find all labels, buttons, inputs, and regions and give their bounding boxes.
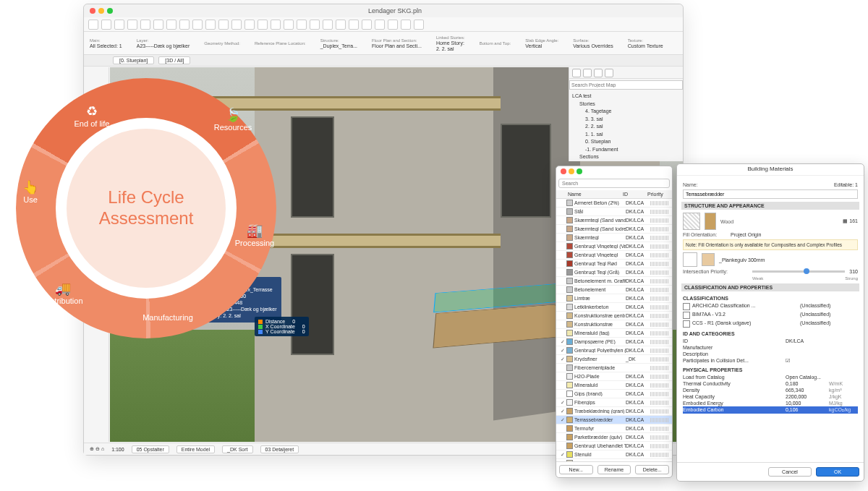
tool-icon[interactable] xyxy=(271,20,281,30)
material-row[interactable]: Gips (brand)DK/LCA xyxy=(556,390,672,398)
material-row[interactable]: Genbrugt Tegl (Grå)DK/LCA xyxy=(556,268,672,277)
property-row[interactable]: Embodied Energy10,000MJ/kg xyxy=(683,400,858,406)
close-icon[interactable] xyxy=(561,168,566,174)
tool-icon[interactable] xyxy=(101,20,111,30)
material-row[interactable]: Genbrugt Tegl RødDK/LCA xyxy=(556,260,672,268)
fill-orientation-dropdown[interactable]: Project Origin xyxy=(731,232,761,237)
nav-icon[interactable] xyxy=(594,69,603,77)
material-row[interactable]: MineraluldDK/LCA xyxy=(556,381,672,390)
tool-icon[interactable] xyxy=(336,20,346,30)
tool-icon[interactable] xyxy=(140,20,150,30)
view-preset[interactable]: Entire Model xyxy=(176,445,215,453)
property-row[interactable]: Density665,340kg/m³ xyxy=(683,387,858,393)
tool-icon[interactable] xyxy=(297,20,307,30)
material-row[interactable]: Genbrugt Ubehandlet TræDK/LCA xyxy=(556,442,672,451)
tool-icon[interactable] xyxy=(166,20,176,30)
materials-search[interactable] xyxy=(558,179,670,188)
material-row[interactable]: Armeret Beton (2%)DK/LCA xyxy=(556,199,672,208)
fill-icon[interactable] xyxy=(683,213,700,230)
tab-3d[interactable]: [3D / All] xyxy=(158,56,190,64)
minimize-icon[interactable] xyxy=(98,8,104,14)
tool-icon[interactable] xyxy=(349,20,359,30)
fps-dropdown[interactable]: Floor Plan and Secti... xyxy=(372,43,422,48)
link-icon[interactable] xyxy=(683,252,697,267)
material-row[interactable]: TermofyrDK/LCA xyxy=(556,424,672,433)
tool-icon[interactable] xyxy=(218,20,229,30)
home-story-dropdown[interactable]: 2. 2. sal xyxy=(436,46,465,51)
structure-dropdown[interactable]: _Duplex_Terra... xyxy=(320,43,357,48)
nav-icon[interactable] xyxy=(583,69,592,77)
delete-material-button[interactable]: Delete... xyxy=(635,465,669,474)
property-row[interactable]: Heat Capacity2200,000J/kgK xyxy=(683,393,858,400)
navigator-search[interactable] xyxy=(569,80,683,90)
close-icon[interactable] xyxy=(90,8,95,14)
surface-dropdown[interactable]: Various Overrides xyxy=(573,43,613,48)
open-catalog-link[interactable]: Open Catalog... xyxy=(786,375,858,380)
view-preset[interactable]: 05 Opstalter xyxy=(132,445,169,453)
tool-icon[interactable] xyxy=(179,20,190,30)
material-row[interactable]: SkærmteglDK/LCA xyxy=(556,234,672,242)
material-row[interactable]: LimtræDK/LCA xyxy=(556,294,672,303)
material-row[interactable]: Skærmtegl (Sand lodret)DK/LCA xyxy=(556,225,672,234)
tool-icon[interactable] xyxy=(205,20,216,30)
property-row[interactable]: Thermal Conductivity0,180W/mK xyxy=(683,380,858,387)
cancel-button[interactable]: Cancel xyxy=(768,467,812,477)
material-row[interactable]: ✓Dampspærre (PE)DK/LCA xyxy=(556,338,672,346)
material-row[interactable]: Genbrugt VingeteglDK/LCA xyxy=(556,251,672,260)
layer-dropdown[interactable]: A23-----Dæk og bjælker xyxy=(137,43,190,48)
tool-icon[interactable] xyxy=(375,20,385,30)
project-tree[interactable]: LCA test Stories 4. Tagetage 3. 3. sal 2… xyxy=(569,91,683,163)
new-material-button[interactable]: New... xyxy=(559,465,593,474)
material-row[interactable]: Skærmtegl (Sand vandret)DK/LCA xyxy=(556,216,672,225)
surface-dropdown[interactable]: _Plankegulv 300mm xyxy=(719,257,765,262)
pen-field[interactable]: ▦ 161 xyxy=(843,218,858,224)
tool-icon[interactable] xyxy=(323,20,333,30)
material-row[interactable]: KonstruktionstræDK/LCA xyxy=(556,320,672,329)
materials-rows[interactable]: Armeret Beton (2%)DK/LCAStålDK/LCASkærmt… xyxy=(556,199,672,461)
zoom-icon[interactable] xyxy=(576,168,582,174)
material-row[interactable]: Mineraluld (tag)DK/LCA xyxy=(556,329,672,338)
tool-icon[interactable] xyxy=(258,20,268,30)
material-row[interactable]: H2O-PladeDK/LCA xyxy=(556,372,672,381)
material-row[interactable]: Betonelement m. GrafittiDK/LCA xyxy=(556,277,672,286)
tool-icon[interactable] xyxy=(231,20,242,30)
material-row[interactable]: Genbrugt Vingetegl (Vand...DK/LCA xyxy=(556,242,672,251)
scale[interactable]: 1:100 xyxy=(111,447,124,452)
zoom-controls[interactable]: ⊕ ⊖ ⌂ xyxy=(90,446,104,452)
tool-icon[interactable] xyxy=(114,20,124,30)
material-row[interactable]: Parketbrædder (gulv)DK/LCA xyxy=(556,433,672,442)
tool-icon[interactable] xyxy=(284,20,294,30)
tool-icon[interactable] xyxy=(127,20,137,30)
material-row[interactable]: ✓Krydsfiner_DK xyxy=(556,355,672,364)
minimize-icon[interactable] xyxy=(569,168,574,174)
property-row[interactable]: Embodied Carbon0,106kgCO₂/kg xyxy=(683,406,858,414)
material-row[interactable]: BetonelementDK/LCA xyxy=(556,286,672,294)
nav-icon[interactable] xyxy=(605,69,613,77)
priority-slider[interactable] xyxy=(752,270,845,273)
material-row[interactable]: Konstruktionstræ genbrugDK/LCA xyxy=(556,312,672,320)
material-row[interactable]: StålDK/LCA xyxy=(556,208,672,216)
tool-icon[interactable] xyxy=(401,20,411,30)
tool-icon[interactable] xyxy=(153,20,163,30)
material-row[interactable]: LetklinkerbetonDK/LCA xyxy=(556,303,672,312)
material-row[interactable]: Fibercementplade xyxy=(556,364,672,372)
rename-material-button[interactable]: Rename xyxy=(597,465,631,474)
nav-icon[interactable] xyxy=(572,69,581,77)
tool-icon[interactable] xyxy=(310,20,320,30)
view-preset[interactable]: 03 Detaljeret xyxy=(260,445,299,453)
tool-icon[interactable] xyxy=(414,20,424,30)
material-row[interactable]: ✓FibergipsDK/LCA xyxy=(556,398,672,407)
material-row[interactable]: ✓Genbrugt Polyethylen (PE)DK/LCA xyxy=(556,346,672,355)
surface-swatch-icon[interactable] xyxy=(705,213,716,230)
view-preset[interactable]: _DK Sort xyxy=(222,445,252,453)
material-row[interactable]: ✓Træbeklædning (gran)DK/LCA xyxy=(556,407,672,416)
tool-icon[interactable] xyxy=(388,20,398,30)
tool-icon[interactable] xyxy=(192,20,203,30)
material-row[interactable]: ✓StenuldDK/LCA xyxy=(556,451,672,459)
tool-icon[interactable] xyxy=(362,20,372,30)
tab-floorplan[interactable]: [0. Stueplan] xyxy=(113,56,154,64)
zoom-icon[interactable] xyxy=(107,8,113,14)
surface-swatch-icon[interactable] xyxy=(702,253,715,266)
ok-button[interactable]: OK xyxy=(816,467,859,477)
material-row[interactable]: ✓TerrassebrædderDK/LCA xyxy=(556,416,672,424)
